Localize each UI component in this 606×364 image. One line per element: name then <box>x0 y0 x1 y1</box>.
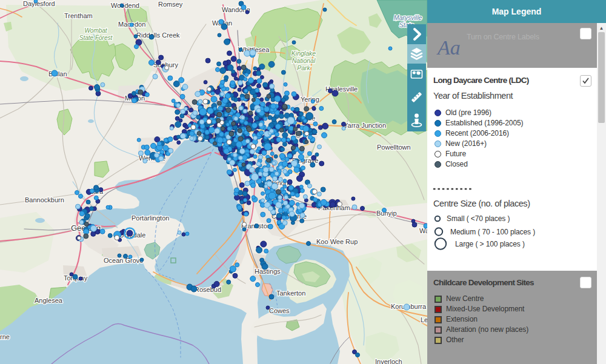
svg-text:Ocean Grove: Ocean Grove <box>104 257 143 264</box>
svg-text:National: National <box>292 57 316 64</box>
svg-text:Woodend: Woodend <box>111 2 139 9</box>
svg-text:Riddells Creek: Riddells Creek <box>136 31 180 39</box>
svg-text:Inverloch: Inverloch <box>375 358 402 364</box>
svg-text:Yarra Junction: Yarra Junction <box>344 122 386 129</box>
svg-text:Marysville: Marysville <box>394 14 422 21</box>
svg-text:Cowes: Cowes <box>269 307 290 314</box>
svg-text:Anglesea: Anglesea <box>35 297 63 304</box>
svg-text:Yering: Yering <box>301 96 319 103</box>
svg-text:Bannockburn: Bannockburn <box>25 196 64 204</box>
svg-text:Wombat: Wombat <box>84 27 107 34</box>
svg-text:Romsey: Romsey <box>158 1 183 8</box>
svg-text:Tankerton: Tankerton <box>276 290 305 297</box>
svg-text:Hastings: Hastings <box>255 268 281 275</box>
svg-text:rne: rne <box>0 333 10 340</box>
svg-text:Kinglake: Kinglake <box>291 50 316 57</box>
svg-text:Portarlington: Portarlington <box>132 214 169 222</box>
svg-text:Daylesford: Daylesford <box>23 0 55 7</box>
svg-text:State Forest: State Forest <box>79 35 113 41</box>
svg-text:Park: Park <box>297 64 310 71</box>
svg-text:Powelltown: Powelltown <box>377 144 411 151</box>
svg-text:Le: Le <box>421 316 427 323</box>
svg-text:Trentham: Trentham <box>64 12 93 19</box>
svg-text:Koo Wee Rup: Koo Wee Rup <box>316 238 358 245</box>
